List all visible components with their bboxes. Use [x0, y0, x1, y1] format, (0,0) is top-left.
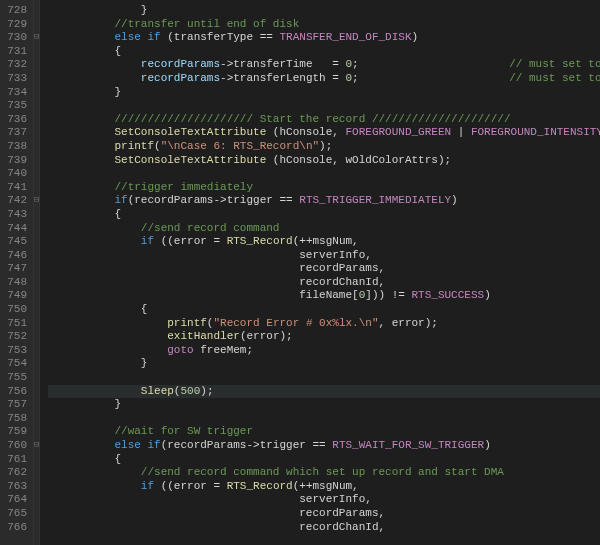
- fold-marker: [34, 4, 39, 18]
- fold-marker: [34, 303, 39, 317]
- token-const: FOREGROUND_GREEN: [345, 126, 451, 138]
- token-cmt: //trigger immediately: [114, 181, 253, 193]
- code-line[interactable]: else if(recordParams->trigger == RTS_WAI…: [48, 439, 600, 453]
- line-number[interactable]: 731: [4, 45, 27, 59]
- line-number[interactable]: 758: [4, 412, 27, 426]
- code-line[interactable]: if ((error = RTS_Record(++msgNum,: [48, 235, 600, 249]
- line-number[interactable]: 752: [4, 330, 27, 344]
- line-number[interactable]: 764: [4, 493, 27, 507]
- fold-marker: [34, 344, 39, 358]
- line-number[interactable]: 746: [4, 249, 27, 263]
- code-line[interactable]: recordParams,: [48, 507, 600, 521]
- line-number[interactable]: 763: [4, 480, 27, 494]
- code-line[interactable]: [48, 99, 600, 113]
- fold-marker: [34, 181, 39, 195]
- line-number[interactable]: 753: [4, 344, 27, 358]
- line-number[interactable]: 735: [4, 99, 27, 113]
- code-line[interactable]: {: [48, 453, 600, 467]
- token-op: , error);: [379, 317, 438, 329]
- line-number[interactable]: 762: [4, 466, 27, 480]
- line-number[interactable]: 737: [4, 126, 27, 140]
- code-line[interactable]: Sleep(500);: [48, 385, 600, 399]
- line-number[interactable]: 751: [4, 317, 27, 331]
- line-number[interactable]: 743: [4, 208, 27, 222]
- line-number[interactable]: 728: [4, 4, 27, 18]
- line-number[interactable]: 748: [4, 276, 27, 290]
- code-line[interactable]: {: [48, 45, 600, 59]
- fold-marker[interactable]: ⊟: [34, 31, 39, 45]
- line-number[interactable]: 745: [4, 235, 27, 249]
- code-line[interactable]: }: [48, 86, 600, 100]
- line-number[interactable]: 732: [4, 58, 27, 72]
- code-line[interactable]: else if (transferType == TRANSFER_END_OF…: [48, 31, 600, 45]
- code-line[interactable]: printf("Record Error # 0x%lx.\n", error)…: [48, 317, 600, 331]
- line-number[interactable]: 761: [4, 453, 27, 467]
- code-line[interactable]: {: [48, 303, 600, 317]
- code-line[interactable]: SetConsoleTextAttribute (hConsole, wOldC…: [48, 154, 600, 168]
- code-line[interactable]: if ((error = RTS_Record(++msgNum,: [48, 480, 600, 494]
- line-number[interactable]: 742: [4, 194, 27, 208]
- code-line[interactable]: //trigger immediately: [48, 181, 600, 195]
- code-line[interactable]: //send record command which set up recor…: [48, 466, 600, 480]
- line-number[interactable]: 733: [4, 72, 27, 86]
- line-number[interactable]: 730: [4, 31, 27, 45]
- code-line[interactable]: recordChanId,: [48, 276, 600, 290]
- token-op: }: [141, 357, 148, 369]
- code-line[interactable]: serverInfo,: [48, 249, 600, 263]
- code-line[interactable]: }: [48, 398, 600, 412]
- line-number[interactable]: 734: [4, 86, 27, 100]
- code-line[interactable]: //transfer until end of disk: [48, 18, 600, 32]
- code-line[interactable]: fileName[0])) != RTS_SUCCESS): [48, 289, 600, 303]
- line-number[interactable]: 754: [4, 357, 27, 371]
- line-number[interactable]: 759: [4, 425, 27, 439]
- line-number[interactable]: 757: [4, 398, 27, 412]
- line-number[interactable]: 766: [4, 521, 27, 535]
- line-number-gutter[interactable]: 7287297307317327337347357367377387397407…: [0, 0, 34, 545]
- fold-marker[interactable]: ⊟: [34, 439, 39, 453]
- fold-marker: [34, 249, 39, 263]
- code-line[interactable]: SetConsoleTextAttribute (hConsole, FOREG…: [48, 126, 600, 140]
- code-line[interactable]: {: [48, 208, 600, 222]
- fold-marker: [34, 208, 39, 222]
- line-number[interactable]: 749: [4, 289, 27, 303]
- line-number[interactable]: 755: [4, 371, 27, 385]
- line-number[interactable]: 750: [4, 303, 27, 317]
- code-line[interactable]: [48, 371, 600, 385]
- fold-marker[interactable]: ⊟: [34, 194, 39, 208]
- line-number[interactable]: 741: [4, 181, 27, 195]
- code-line[interactable]: serverInfo,: [48, 493, 600, 507]
- code-line[interactable]: recordChanId,: [48, 521, 600, 535]
- code-line[interactable]: if(recordParams->trigger == RTS_TRIGGER_…: [48, 194, 600, 208]
- line-number[interactable]: 736: [4, 113, 27, 127]
- line-number[interactable]: 739: [4, 154, 27, 168]
- token-const: RTS_TRIGGER_IMMEDIATELY: [299, 194, 451, 206]
- line-number[interactable]: 744: [4, 222, 27, 236]
- line-number[interactable]: 729: [4, 18, 27, 32]
- line-comment: // must set to 0: [509, 58, 600, 72]
- code-line[interactable]: [48, 412, 600, 426]
- code-line[interactable]: //send record command: [48, 222, 600, 236]
- code-line[interactable]: goto freeMem;: [48, 344, 600, 358]
- line-number[interactable]: 756: [4, 385, 27, 399]
- code-line[interactable]: }: [48, 4, 600, 18]
- code-line[interactable]: ///////////////////// Start the record /…: [48, 113, 600, 127]
- code-line[interactable]: }: [48, 357, 600, 371]
- fold-marker: [34, 235, 39, 249]
- token-const: FOREGROUND_INTENSITY: [471, 126, 600, 138]
- token-op: ): [484, 439, 491, 451]
- line-number[interactable]: 760: [4, 439, 27, 453]
- line-number[interactable]: 747: [4, 262, 27, 276]
- code-line[interactable]: [48, 167, 600, 181]
- token-op: (: [154, 140, 161, 152]
- code-area[interactable]: } //transfer until end of disk else if (…: [40, 0, 600, 545]
- line-number[interactable]: 738: [4, 140, 27, 154]
- code-line[interactable]: //wait for SW trigger: [48, 425, 600, 439]
- code-line[interactable]: printf("\nCase 6: RTS_Record\n");: [48, 140, 600, 154]
- code-line[interactable]: exitHandler(error);: [48, 330, 600, 344]
- code-line[interactable]: recordParams->transferTime = 0;// must s…: [48, 58, 600, 72]
- code-line[interactable]: recordParams,: [48, 262, 600, 276]
- token-op: ->transferTime =: [220, 58, 345, 70]
- line-number[interactable]: 765: [4, 507, 27, 521]
- line-number[interactable]: 740: [4, 167, 27, 181]
- code-line[interactable]: recordParams->transferLength = 0;// must…: [48, 72, 600, 86]
